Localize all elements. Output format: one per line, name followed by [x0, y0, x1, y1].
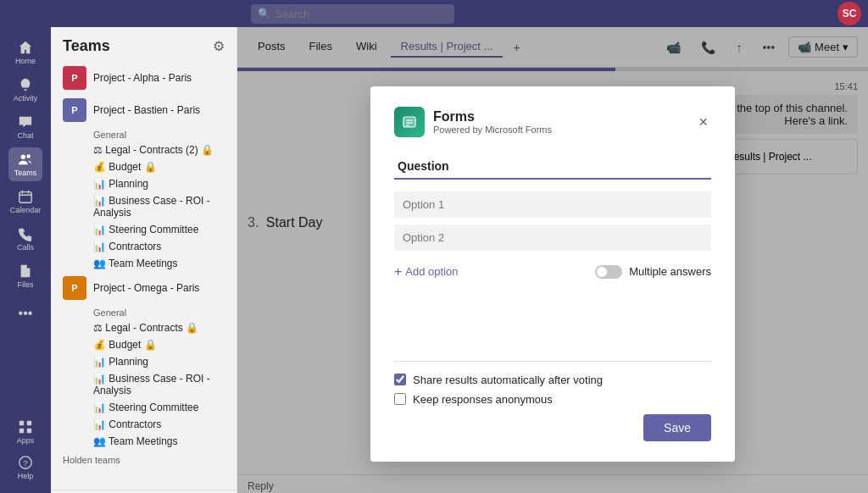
user-avatar[interactable]: SC — [837, 2, 861, 25]
svg-rect-10 — [27, 429, 31, 433]
team-name-omega: Project - Omega - Paris — [93, 282, 212, 294]
search-input[interactable] — [251, 4, 454, 24]
app-header: 🔍 SC — [0, 0, 868, 27]
channel-contractors-bastien[interactable]: 📊 Contractors — [51, 238, 236, 255]
help-icon[interactable]: ? Help — [8, 451, 42, 485]
modal-footer: Share results automatically after voting… — [394, 361, 711, 441]
modal-header: Forms Powered by Microsoft Forms × — [394, 107, 711, 137]
home-icon[interactable]: Home — [8, 36, 42, 69]
teams-panel-footer: ⊞ Join or create a team — [51, 490, 236, 493]
checkbox-share-results: Share results automatically after voting — [394, 374, 711, 386]
sidebar: Home Activity Chat Teams Calendar Calls … — [0, 0, 51, 493]
team-name-alpha: Project - Alpha - Paris — [93, 72, 212, 84]
filter-icon[interactable]: ⚙ — [213, 38, 225, 54]
svg-rect-7 — [19, 421, 24, 425]
save-row: Save — [394, 414, 711, 441]
teams-panel-header: Teams ⚙ — [51, 27, 236, 62]
modal-title: Forms — [433, 109, 695, 125]
modal-spacer — [394, 283, 711, 351]
apps-store-icon[interactable]: Apps — [8, 415, 42, 449]
anonymous-label: Keep responses anonymous — [413, 393, 553, 406]
forms-title-block: Forms Powered by Microsoft Forms — [433, 109, 695, 135]
multiple-answers-toggle-row: Multiple answers — [595, 265, 711, 279]
activity-icon[interactable]: Activity — [8, 73, 42, 107]
modal-overlay: Forms Powered by Microsoft Forms × + Add… — [237, 27, 868, 493]
channel-roi-omega[interactable]: 📊 Business Case - ROI - Analysis — [51, 370, 236, 399]
calendar-icon[interactable]: Calendar — [8, 185, 42, 219]
svg-rect-8 — [27, 421, 31, 425]
svg-text:?: ? — [23, 458, 28, 468]
forms-icon — [394, 107, 425, 137]
chat-icon[interactable]: Chat — [8, 110, 42, 144]
channel-legal-omega[interactable]: ⚖ Legal - Contracts 🔒 — [51, 319, 236, 336]
option-1-input[interactable] — [394, 191, 711, 218]
channel-budget-bastien[interactable]: 💰 Budget 🔒 — [51, 158, 236, 175]
save-button[interactable]: Save — [643, 414, 711, 441]
add-option-row: + Add option Multiple answers — [394, 261, 711, 283]
channel-section-general-omega: General — [51, 304, 236, 319]
svg-point-4 — [21, 155, 25, 159]
team-avatar-bastien: P — [63, 98, 86, 122]
anonymous-checkbox[interactable] — [394, 393, 406, 405]
channel-planning-bastien[interactable]: 📊 Planning — [51, 175, 236, 192]
channel-legal-bastien[interactable]: ⚖ Legal - Contracts (2) 🔒 — [51, 141, 236, 158]
channel-meetings-bastien[interactable]: 👥 Team Meetings — [51, 255, 236, 272]
team-avatar-omega: P — [63, 276, 86, 300]
channel-contractors-omega[interactable]: 📊 Contractors — [51, 416, 236, 433]
forms-modal: Forms Powered by Microsoft Forms × + Add… — [370, 86, 735, 462]
svg-rect-6 — [19, 192, 31, 203]
team-name-bastien: Project - Bastien - Paris — [93, 104, 212, 116]
team-item-omega[interactable]: P Project - Omega - Paris ••• — [51, 272, 236, 304]
team-avatar-alpha: P — [63, 66, 86, 90]
files-icon[interactable]: Files — [8, 259, 42, 293]
teams-panel-title: Teams — [63, 37, 110, 55]
modal-close-button[interactable]: × — [695, 113, 711, 131]
multiple-answers-label: Multiple answers — [629, 265, 711, 278]
channel-steering-bastien[interactable]: 📊 Steering Committee — [51, 221, 236, 238]
teams-list: P Project - Alpha - Paris ••• P Project … — [51, 62, 236, 490]
channel-meetings-omega[interactable]: 👥 Team Meetings — [51, 433, 236, 450]
option-2-input[interactable] — [394, 224, 711, 251]
search-wrapper: 🔍 — [251, 4, 454, 24]
channel-roi-bastien[interactable]: 📊 Business Case - ROI - Analysis — [51, 192, 236, 221]
add-option-label: Add option — [405, 265, 458, 278]
add-option-button[interactable]: + Add option — [394, 261, 459, 283]
svg-point-5 — [26, 154, 30, 158]
channel-section-general-bastien: General — [51, 126, 236, 141]
channel-budget-omega[interactable]: 💰 Budget 🔒 — [51, 336, 236, 353]
team-item-bastien[interactable]: P Project - Bastien - Paris ••• — [51, 94, 236, 126]
channel-steering-omega[interactable]: 📊 Steering Committee — [51, 399, 236, 416]
svg-rect-9 — [19, 429, 24, 433]
question-input[interactable] — [394, 154, 711, 180]
main-content: Posts Files Wiki Results | Project ... +… — [237, 27, 868, 493]
add-option-plus-icon: + — [394, 264, 402, 280]
calls-icon[interactable]: Calls — [8, 222, 42, 256]
more-apps-icon[interactable]: ••• — [8, 296, 42, 330]
checkbox-anonymous: Keep responses anonymous — [394, 393, 711, 406]
share-results-label: Share results automatically after voting — [413, 374, 603, 386]
multiple-answers-toggle[interactable] — [595, 265, 622, 279]
modal-subtitle: Powered by Microsoft Forms — [433, 125, 695, 135]
teams-icon[interactable]: Teams — [8, 147, 42, 181]
hidden-teams-label: Holden teams — [51, 450, 236, 470]
teams-panel: Teams ⚙ P Project - Alpha - Paris ••• P … — [51, 27, 237, 493]
toggle-knob — [597, 267, 607, 277]
channel-planning-omega[interactable]: 📊 Planning — [51, 353, 236, 370]
team-item-alpha[interactable]: P Project - Alpha - Paris ••• — [51, 62, 236, 94]
share-results-checkbox[interactable] — [394, 374, 406, 385]
